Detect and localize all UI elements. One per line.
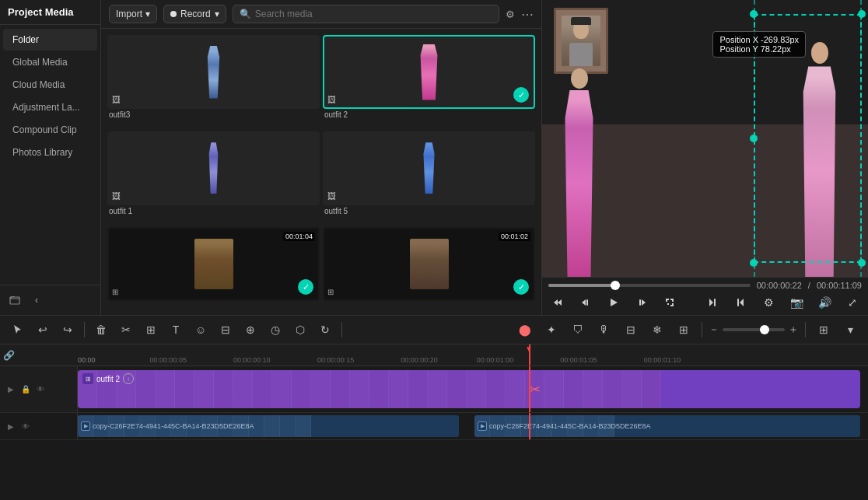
pip-button[interactable]: ⊞ bbox=[672, 319, 695, 341]
audio-button[interactable]: 🔊 bbox=[815, 293, 834, 312]
sidebar-item-folder[interactable]: Folder bbox=[3, 29, 97, 51]
outfit1-preview bbox=[109, 133, 318, 204]
svg-rect-3 bbox=[714, 299, 716, 306]
track-header: ▶ 🔒 👁 bbox=[0, 366, 78, 412]
expand-button[interactable]: ▾ bbox=[838, 319, 862, 341]
track2-eye-button[interactable]: 👁 bbox=[19, 420, 32, 432]
record-label: Record bbox=[180, 9, 211, 19]
sidebar-item-adjustment[interactable]: Adjustment La... bbox=[3, 96, 97, 118]
filter-icon[interactable]: ⚙ bbox=[506, 9, 515, 20]
list-item[interactable]: 🖼 outfit 1 bbox=[107, 131, 320, 225]
svg-rect-2 bbox=[639, 299, 641, 306]
image-icon: 🖼 bbox=[112, 191, 121, 201]
overlay-button[interactable]: ⊕ bbox=[239, 319, 262, 341]
search-box[interactable]: 🔍 bbox=[233, 5, 499, 23]
sidebar-item-cloud-media[interactable]: Cloud Media bbox=[3, 74, 97, 96]
link-icon[interactable]: 🔗 bbox=[3, 350, 15, 361]
track-controls: ▶ 🔒 👁 bbox=[5, 383, 47, 396]
check-icon: ✓ bbox=[513, 87, 529, 103]
emoji-button[interactable]: ☺ bbox=[189, 319, 212, 341]
playhead[interactable]: ▼ bbox=[529, 344, 530, 365]
copy-clip-2[interactable]: ▶ copy-C26F2E74-4941-445C-BA14-B23D5DE26… bbox=[474, 415, 860, 437]
new-folder-icon[interactable] bbox=[6, 292, 23, 309]
rewind-button[interactable] bbox=[548, 293, 567, 312]
track-lock-button[interactable]: 🔒 bbox=[19, 383, 32, 396]
grid-view-button[interactable]: ⊞ bbox=[812, 319, 835, 341]
media-thumb: 🖼 bbox=[107, 131, 320, 205]
rotate-button[interactable]: ↻ bbox=[313, 319, 337, 341]
sidebar-nav: Folder Global Media Cloud Media Adjustme… bbox=[0, 25, 100, 285]
brightness-button[interactable]: ✦ bbox=[540, 319, 563, 341]
more-icon[interactable]: ⋯ bbox=[521, 7, 534, 22]
fullscreen-button[interactable] bbox=[660, 293, 679, 312]
sidebar-title: Project Media bbox=[0, 0, 100, 25]
toolbar-divider3 bbox=[702, 322, 702, 337]
toolbar-divider bbox=[84, 322, 85, 337]
timer-button[interactable]: ◷ bbox=[264, 319, 287, 341]
camera-button[interactable]: 📷 bbox=[787, 293, 806, 312]
mark-in-button[interactable] bbox=[703, 293, 722, 312]
track-clip[interactable]: ⊞ outfit 2 i ✂ bbox=[78, 370, 860, 408]
circle-tool-button[interactable]: ⬤ bbox=[513, 319, 537, 341]
sidebar-item-photos[interactable]: Photos Library bbox=[3, 142, 97, 163]
sticker-button[interactable]: ⊟ bbox=[214, 319, 237, 341]
image-icon: 🖼 bbox=[327, 191, 336, 201]
copy-clip-1[interactable]: ▶ copy-C26F2E74-4941-445C-BA14-B23D5DE26… bbox=[78, 415, 459, 437]
track2-playhead bbox=[529, 413, 530, 439]
record-button[interactable]: Record ▾ bbox=[163, 5, 226, 23]
crop-button[interactable]: ⊞ bbox=[139, 319, 163, 341]
zoom-out-button[interactable]: － bbox=[709, 323, 719, 337]
shape-button[interactable]: ⬡ bbox=[289, 319, 312, 341]
track-mute-button[interactable]: ▶ bbox=[5, 383, 17, 396]
undo-button[interactable]: ↩ bbox=[31, 319, 54, 341]
progress-thumb bbox=[611, 281, 620, 290]
track2-play-button[interactable]: ▶ bbox=[5, 420, 17, 432]
list-item[interactable]: 🖼 outfit3 bbox=[107, 35, 320, 128]
current-time: 00:00:00:22 bbox=[757, 281, 802, 290]
play-button[interactable] bbox=[604, 293, 623, 312]
list-item[interactable]: 00:01:04 ⊞ ✓ bbox=[107, 227, 320, 309]
chevron-left-icon[interactable]: ‹ bbox=[28, 292, 45, 309]
zoom-in-button[interactable]: ＋ bbox=[788, 323, 799, 337]
progress-track[interactable] bbox=[548, 284, 751, 287]
search-input[interactable] bbox=[255, 9, 492, 19]
list-item[interactable]: 🖼 ✓ outfit 2 bbox=[323, 35, 535, 128]
import-button[interactable]: Import ▾ bbox=[109, 5, 157, 23]
sidebar-item-global-media[interactable]: Global Media bbox=[3, 51, 97, 73]
media-item-label: outfit3 bbox=[107, 109, 320, 121]
time-separator: / bbox=[808, 281, 810, 290]
settings-button[interactable]: ⚙ bbox=[759, 293, 778, 312]
search-icon: 🔍 bbox=[240, 9, 251, 19]
track-eye-button[interactable]: 👁 bbox=[34, 383, 47, 396]
select-tool-button[interactable] bbox=[6, 319, 30, 341]
track-controls-2: ▶ 👁 bbox=[5, 420, 32, 432]
media-grid: 🖼 outfit3 🖼 ✓ outfit bbox=[101, 29, 541, 315]
duration-badge: 00:01:04 bbox=[283, 232, 315, 241]
redo-button[interactable]: ↪ bbox=[56, 319, 79, 341]
caption-button[interactable]: ⊟ bbox=[619, 319, 642, 341]
zoom-slider[interactable] bbox=[723, 328, 785, 331]
delete-button[interactable]: 🗑 bbox=[89, 319, 113, 341]
clip-info-icon[interactable]: i bbox=[123, 373, 134, 384]
media-item-label: outfit 5 bbox=[323, 205, 535, 217]
transform-button[interactable]: ⤢ bbox=[843, 293, 862, 312]
text-button[interactable]: T bbox=[164, 319, 187, 341]
step-back-button[interactable] bbox=[576, 293, 595, 312]
mask-button[interactable]: ⛉ bbox=[566, 319, 590, 341]
audio-track-button[interactable]: 🎙 bbox=[593, 319, 616, 341]
total-time: 00:00:11:09 bbox=[817, 281, 862, 290]
snowflake-button[interactable]: ❄ bbox=[646, 319, 669, 341]
track-row: ▶ 👁 bbox=[0, 413, 868, 440]
list-item[interactable]: 🖼 outfit 5 bbox=[323, 131, 535, 225]
track-row: ▶ 🔒 👁 bbox=[0, 366, 868, 413]
outfit2-preview bbox=[324, 37, 534, 107]
cut-button[interactable]: ✂ bbox=[114, 319, 138, 341]
mark-out-button[interactable] bbox=[731, 293, 750, 312]
step-forward-button[interactable] bbox=[632, 293, 651, 312]
copy-clip-label-2: copy-C26F2E74-4941-445C-BA14-B23D5DE26E8… bbox=[489, 422, 651, 430]
list-item[interactable]: 00:01:02 ⊞ ✓ bbox=[323, 227, 535, 309]
compound-icon: ⊞ bbox=[327, 288, 334, 296]
sidebar-item-compound-clip[interactable]: Compound Clip bbox=[3, 119, 97, 141]
zoom-thumb bbox=[760, 325, 769, 334]
media-area: Import ▾ Record ▾ 🔍 ⚙ ⋯ bbox=[101, 0, 541, 315]
